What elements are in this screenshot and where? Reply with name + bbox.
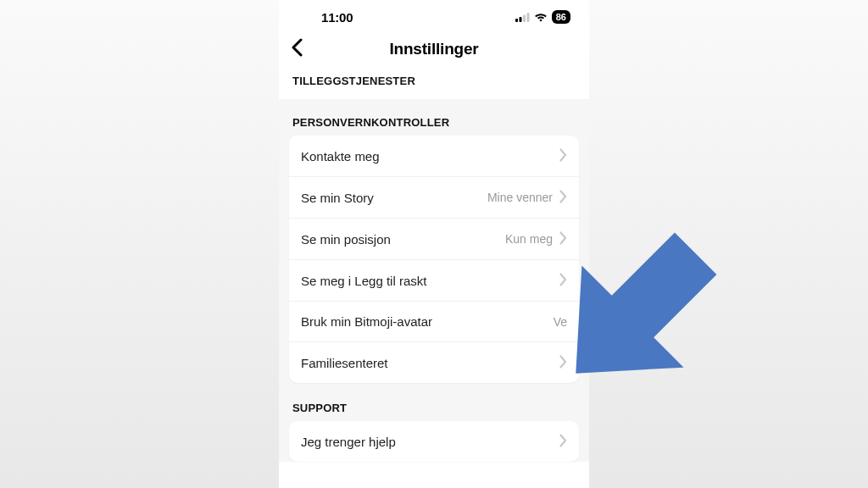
row-label: Kontakte meg [301,149,380,164]
section-header-additional: TILLEGGSTJENESTER [279,71,589,99]
row-family-center[interactable]: Familiesenteret [289,342,579,383]
chevron-right-icon [559,230,567,247]
chevron-right-icon [559,147,567,164]
content-area: PERSONVERNKONTROLLER Kontakte meg Se min… [279,99,589,462]
privacy-list: Kontakte meg Se min Story Mine venner [289,136,579,383]
status-icons: 86 [515,10,570,24]
navigation-bar: Innstillinger [279,30,589,71]
status-bar: 11:00 86 [279,0,589,30]
svg-rect-3 [526,13,529,22]
row-label: Se meg i Legg til raskt [301,274,426,288]
row-label: Se min posisjon [301,232,391,247]
row-contact-me[interactable]: Kontakte meg [289,136,579,177]
row-bitmoji-avatar[interactable]: Bruk min Bitmoji-avatar Ve [289,302,579,342]
wifi-icon [534,12,548,22]
chevron-right-icon [559,354,567,371]
row-see-my-story[interactable]: Se min Story Mine venner [289,177,579,219]
cellular-icon [515,13,530,22]
clock: 11:00 [321,10,353,25]
section-header-support: SUPPORT [279,383,589,421]
svg-point-4 [539,19,542,22]
row-label: Se min Story [301,191,374,205]
row-need-help[interactable]: Jeg trenger hjelp [289,421,579,462]
row-label: Jeg trenger hjelp [301,435,396,449]
svg-rect-2 [523,14,526,22]
row-value: Ve [554,315,567,329]
support-list: Jeg trenger hjelp [289,421,579,462]
chevron-right-icon [559,433,567,450]
row-value: Kun meg [505,232,553,246]
battery-level: 86 [552,10,570,24]
chevron-right-icon [559,272,567,289]
chevron-right-icon [559,189,567,206]
svg-rect-1 [519,17,521,22]
section-header-privacy: PERSONVERNKONTROLLER [279,104,589,136]
page-title: Innstillinger [291,40,577,58]
row-label: Familiesenteret [301,356,388,370]
row-quick-add[interactable]: Se meg i Legg til raskt [289,260,579,302]
svg-rect-0 [515,19,518,22]
row-label: Bruk min Bitmoji-avatar [301,314,432,329]
back-button[interactable] [291,38,303,60]
row-value: Mine venner [487,191,553,204]
phone-screen: 11:00 86 Innsti [279,0,589,488]
row-see-my-location[interactable]: Se min posisjon Kun meg [289,219,579,260]
